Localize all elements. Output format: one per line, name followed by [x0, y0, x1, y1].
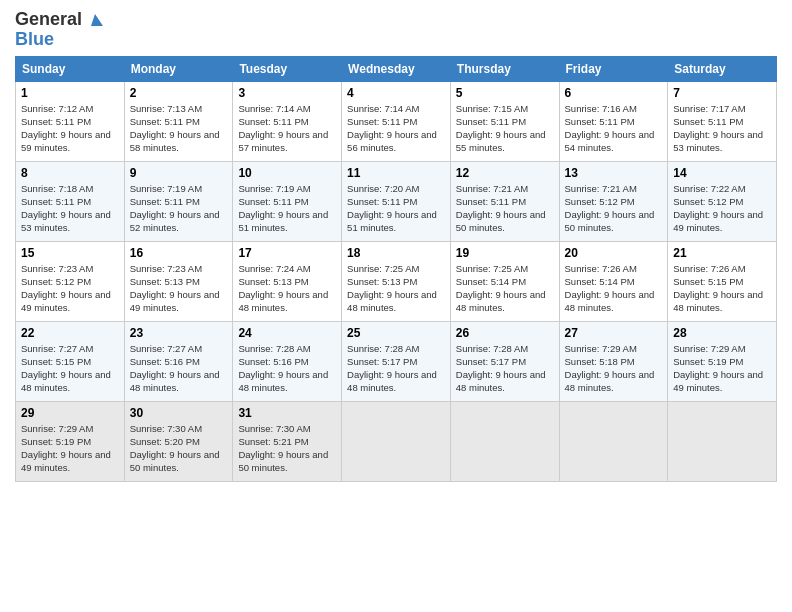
logo: General Blue — [15, 10, 103, 50]
calendar-cell: 16 Sunrise: 7:23 AMSunset: 5:13 PMDaylig… — [124, 241, 233, 321]
day-number: 25 — [347, 326, 445, 340]
calendar-cell: 27 Sunrise: 7:29 AMSunset: 5:18 PMDaylig… — [559, 321, 668, 401]
main-container: General Blue SundayMondayTuesdayWednesda… — [0, 0, 792, 492]
calendar-cell: 29 Sunrise: 7:29 AMSunset: 5:19 PMDaylig… — [16, 401, 125, 481]
calendar-cell: 24 Sunrise: 7:28 AMSunset: 5:16 PMDaylig… — [233, 321, 342, 401]
day-info: Sunrise: 7:12 AMSunset: 5:11 PMDaylight:… — [21, 103, 111, 154]
calendar-cell — [668, 401, 777, 481]
day-info: Sunrise: 7:18 AMSunset: 5:11 PMDaylight:… — [21, 183, 111, 234]
day-info: Sunrise: 7:25 AMSunset: 5:13 PMDaylight:… — [347, 263, 437, 314]
day-info: Sunrise: 7:28 AMSunset: 5:17 PMDaylight:… — [456, 343, 546, 394]
day-info: Sunrise: 7:23 AMSunset: 5:13 PMDaylight:… — [130, 263, 220, 314]
weekday-header-saturday: Saturday — [668, 56, 777, 81]
calendar-cell: 2 Sunrise: 7:13 AMSunset: 5:11 PMDayligh… — [124, 81, 233, 161]
calendar-cell: 19 Sunrise: 7:25 AMSunset: 5:14 PMDaylig… — [450, 241, 559, 321]
day-number: 27 — [565, 326, 663, 340]
day-number: 10 — [238, 166, 336, 180]
day-info: Sunrise: 7:17 AMSunset: 5:11 PMDaylight:… — [673, 103, 763, 154]
calendar-cell: 7 Sunrise: 7:17 AMSunset: 5:11 PMDayligh… — [668, 81, 777, 161]
calendar-cell: 1 Sunrise: 7:12 AMSunset: 5:11 PMDayligh… — [16, 81, 125, 161]
calendar-cell: 26 Sunrise: 7:28 AMSunset: 5:17 PMDaylig… — [450, 321, 559, 401]
day-number: 31 — [238, 406, 336, 420]
day-number: 1 — [21, 86, 119, 100]
day-number: 30 — [130, 406, 228, 420]
day-number: 3 — [238, 86, 336, 100]
svg-marker-0 — [91, 14, 103, 26]
day-info: Sunrise: 7:29 AMSunset: 5:18 PMDaylight:… — [565, 343, 655, 394]
day-number: 28 — [673, 326, 771, 340]
day-info: Sunrise: 7:25 AMSunset: 5:14 PMDaylight:… — [456, 263, 546, 314]
day-info: Sunrise: 7:27 AMSunset: 5:15 PMDaylight:… — [21, 343, 111, 394]
day-number: 13 — [565, 166, 663, 180]
calendar-cell: 20 Sunrise: 7:26 AMSunset: 5:14 PMDaylig… — [559, 241, 668, 321]
weekday-header-friday: Friday — [559, 56, 668, 81]
day-number: 11 — [347, 166, 445, 180]
day-number: 8 — [21, 166, 119, 180]
day-info: Sunrise: 7:27 AMSunset: 5:16 PMDaylight:… — [130, 343, 220, 394]
day-number: 16 — [130, 246, 228, 260]
day-number: 23 — [130, 326, 228, 340]
day-number: 29 — [21, 406, 119, 420]
day-info: Sunrise: 7:21 AMSunset: 5:11 PMDaylight:… — [456, 183, 546, 234]
calendar-cell — [450, 401, 559, 481]
header-area: General Blue — [15, 10, 777, 50]
day-number: 17 — [238, 246, 336, 260]
day-info: Sunrise: 7:26 AMSunset: 5:15 PMDaylight:… — [673, 263, 763, 314]
calendar-cell — [559, 401, 668, 481]
logo-blue: Blue — [15, 30, 103, 50]
day-number: 7 — [673, 86, 771, 100]
day-number: 6 — [565, 86, 663, 100]
day-number: 24 — [238, 326, 336, 340]
day-number: 22 — [21, 326, 119, 340]
day-info: Sunrise: 7:20 AMSunset: 5:11 PMDaylight:… — [347, 183, 437, 234]
day-number: 20 — [565, 246, 663, 260]
calendar-cell: 28 Sunrise: 7:29 AMSunset: 5:19 PMDaylig… — [668, 321, 777, 401]
day-info: Sunrise: 7:14 AMSunset: 5:11 PMDaylight:… — [347, 103, 437, 154]
day-number: 15 — [21, 246, 119, 260]
day-number: 19 — [456, 246, 554, 260]
calendar-cell: 22 Sunrise: 7:27 AMSunset: 5:15 PMDaylig… — [16, 321, 125, 401]
weekday-header-sunday: Sunday — [16, 56, 125, 81]
calendar-cell: 13 Sunrise: 7:21 AMSunset: 5:12 PMDaylig… — [559, 161, 668, 241]
day-info: Sunrise: 7:26 AMSunset: 5:14 PMDaylight:… — [565, 263, 655, 314]
weekday-header-wednesday: Wednesday — [342, 56, 451, 81]
calendar-cell: 15 Sunrise: 7:23 AMSunset: 5:12 PMDaylig… — [16, 241, 125, 321]
calendar-cell: 14 Sunrise: 7:22 AMSunset: 5:12 PMDaylig… — [668, 161, 777, 241]
day-number: 2 — [130, 86, 228, 100]
day-info: Sunrise: 7:15 AMSunset: 5:11 PMDaylight:… — [456, 103, 546, 154]
logo-general: General — [15, 10, 103, 30]
day-info: Sunrise: 7:28 AMSunset: 5:16 PMDaylight:… — [238, 343, 328, 394]
calendar-cell: 21 Sunrise: 7:26 AMSunset: 5:15 PMDaylig… — [668, 241, 777, 321]
weekday-header-thursday: Thursday — [450, 56, 559, 81]
day-info: Sunrise: 7:30 AMSunset: 5:20 PMDaylight:… — [130, 423, 220, 474]
calendar-cell: 8 Sunrise: 7:18 AMSunset: 5:11 PMDayligh… — [16, 161, 125, 241]
calendar-cell — [342, 401, 451, 481]
weekday-header-tuesday: Tuesday — [233, 56, 342, 81]
calendar-cell: 30 Sunrise: 7:30 AMSunset: 5:20 PMDaylig… — [124, 401, 233, 481]
weekday-header-monday: Monday — [124, 56, 233, 81]
calendar-cell: 6 Sunrise: 7:16 AMSunset: 5:11 PMDayligh… — [559, 81, 668, 161]
day-info: Sunrise: 7:29 AMSunset: 5:19 PMDaylight:… — [673, 343, 763, 394]
calendar-cell: 10 Sunrise: 7:19 AMSunset: 5:11 PMDaylig… — [233, 161, 342, 241]
calendar-cell: 12 Sunrise: 7:21 AMSunset: 5:11 PMDaylig… — [450, 161, 559, 241]
calendar-cell: 4 Sunrise: 7:14 AMSunset: 5:11 PMDayligh… — [342, 81, 451, 161]
day-info: Sunrise: 7:28 AMSunset: 5:17 PMDaylight:… — [347, 343, 437, 394]
calendar-cell: 25 Sunrise: 7:28 AMSunset: 5:17 PMDaylig… — [342, 321, 451, 401]
calendar-cell: 31 Sunrise: 7:30 AMSunset: 5:21 PMDaylig… — [233, 401, 342, 481]
day-info: Sunrise: 7:30 AMSunset: 5:21 PMDaylight:… — [238, 423, 328, 474]
day-number: 9 — [130, 166, 228, 180]
calendar-cell: 17 Sunrise: 7:24 AMSunset: 5:13 PMDaylig… — [233, 241, 342, 321]
day-info: Sunrise: 7:16 AMSunset: 5:11 PMDaylight:… — [565, 103, 655, 154]
day-info: Sunrise: 7:23 AMSunset: 5:12 PMDaylight:… — [21, 263, 111, 314]
day-number: 26 — [456, 326, 554, 340]
calendar-cell: 23 Sunrise: 7:27 AMSunset: 5:16 PMDaylig… — [124, 321, 233, 401]
day-info: Sunrise: 7:21 AMSunset: 5:12 PMDaylight:… — [565, 183, 655, 234]
day-info: Sunrise: 7:14 AMSunset: 5:11 PMDaylight:… — [238, 103, 328, 154]
day-number: 5 — [456, 86, 554, 100]
day-number: 14 — [673, 166, 771, 180]
calendar-cell: 3 Sunrise: 7:14 AMSunset: 5:11 PMDayligh… — [233, 81, 342, 161]
calendar-cell: 5 Sunrise: 7:15 AMSunset: 5:11 PMDayligh… — [450, 81, 559, 161]
day-info: Sunrise: 7:13 AMSunset: 5:11 PMDaylight:… — [130, 103, 220, 154]
calendar-cell: 11 Sunrise: 7:20 AMSunset: 5:11 PMDaylig… — [342, 161, 451, 241]
calendar-table: SundayMondayTuesdayWednesdayThursdayFrid… — [15, 56, 777, 482]
